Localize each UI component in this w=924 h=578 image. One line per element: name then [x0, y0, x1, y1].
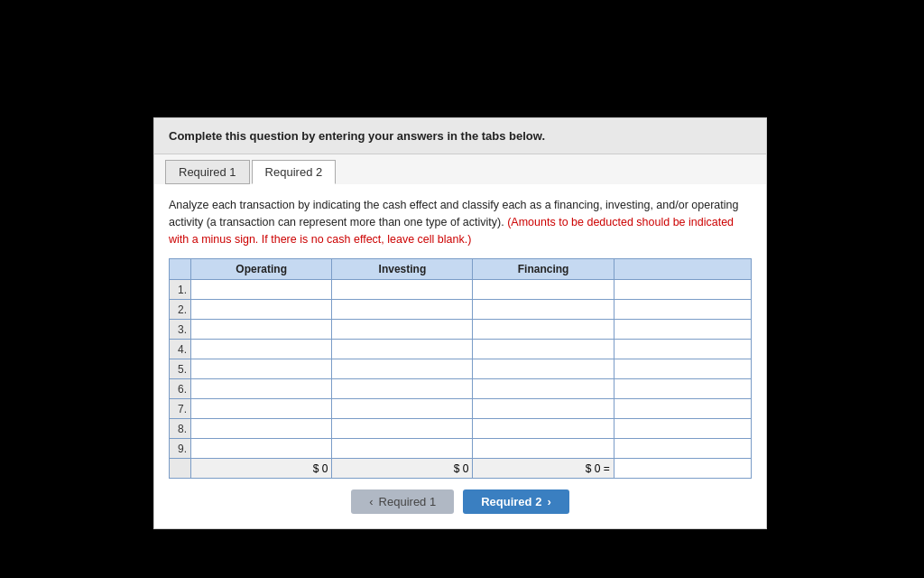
- input-financing-4[interactable]: [476, 342, 609, 357]
- row-num-2: 2.: [170, 300, 191, 320]
- input-operating-6[interactable]: [195, 382, 328, 396]
- input-operating-2[interactable]: [195, 303, 328, 317]
- description: Analyze each transaction by indicating t…: [169, 197, 752, 247]
- input-investing-3[interactable]: [336, 322, 468, 337]
- input-financing-1[interactable]: [476, 283, 609, 297]
- input-financing-3[interactable]: [476, 322, 609, 337]
- cell-financing-9[interactable]: [473, 439, 614, 459]
- cell-investing-2[interactable]: [332, 300, 473, 320]
- input-investing-5[interactable]: [336, 362, 468, 377]
- input-investing-9[interactable]: [336, 442, 468, 456]
- cell-financing-1[interactable]: [473, 280, 614, 300]
- col-header-investing: Investing: [332, 259, 473, 280]
- input-extra-2[interactable]: [618, 303, 747, 317]
- content-area: Analyze each transaction by indicating t…: [153, 184, 767, 529]
- input-operating-1[interactable]: [195, 283, 328, 297]
- input-operating-5[interactable]: [195, 362, 328, 377]
- cell-extra-3[interactable]: [614, 320, 751, 340]
- input-extra-1[interactable]: [618, 283, 747, 297]
- input-investing-1[interactable]: [336, 283, 468, 297]
- input-financing-6[interactable]: [476, 382, 609, 396]
- input-investing-2[interactable]: [336, 303, 468, 317]
- cell-investing-5[interactable]: [332, 359, 473, 379]
- input-operating-7[interactable]: [195, 402, 328, 416]
- input-operating-4[interactable]: [195, 342, 328, 357]
- cell-investing-4[interactable]: [332, 340, 473, 359]
- cell-financing-2[interactable]: [473, 300, 614, 320]
- cell-investing-9[interactable]: [332, 439, 473, 459]
- total-investing: $ 0: [332, 459, 473, 479]
- col-header-operating: Operating: [191, 259, 332, 280]
- input-extra-9[interactable]: [618, 442, 747, 456]
- cell-operating-1[interactable]: [191, 280, 332, 300]
- cell-financing-5[interactable]: [473, 359, 614, 379]
- input-investing-7[interactable]: [336, 402, 468, 416]
- cell-financing-4[interactable]: [473, 340, 614, 359]
- main-panel: Complete this question by entering your …: [153, 117, 767, 529]
- equals-sign: =: [600, 462, 609, 475]
- cell-financing-3[interactable]: [473, 320, 614, 340]
- tab-required2[interactable]: Required 2: [252, 160, 337, 184]
- input-investing-8[interactable]: [336, 422, 468, 436]
- input-extra-4[interactable]: [618, 342, 747, 357]
- table-row: 7.: [170, 399, 752, 419]
- cell-operating-5[interactable]: [191, 359, 332, 379]
- cell-extra-5[interactable]: [614, 359, 751, 379]
- total-financing: $ 0 =: [473, 459, 614, 479]
- total-result-input[interactable]: [618, 461, 747, 476]
- input-financing-9[interactable]: [476, 442, 609, 456]
- input-financing-5[interactable]: [476, 362, 609, 377]
- cell-operating-7[interactable]: [191, 399, 332, 419]
- cell-extra-1[interactable]: [614, 280, 751, 300]
- input-extra-5[interactable]: [618, 362, 747, 377]
- input-financing-7[interactable]: [476, 402, 609, 416]
- input-extra-8[interactable]: [618, 422, 747, 436]
- table-row: 9.: [170, 439, 752, 459]
- total-result[interactable]: [614, 459, 751, 479]
- input-financing-8[interactable]: [476, 422, 609, 436]
- cell-extra-9[interactable]: [614, 439, 751, 459]
- input-operating-8[interactable]: [195, 422, 328, 436]
- row-num-7: 7.: [170, 399, 191, 419]
- cell-extra-7[interactable]: [614, 399, 751, 419]
- cell-operating-6[interactable]: [191, 379, 332, 399]
- input-extra-7[interactable]: [618, 402, 747, 416]
- cell-financing-7[interactable]: [473, 399, 614, 419]
- cell-investing-3[interactable]: [332, 320, 473, 340]
- cell-investing-7[interactable]: [332, 399, 473, 419]
- input-financing-2[interactable]: [476, 303, 609, 317]
- cell-investing-8[interactable]: [332, 419, 473, 439]
- input-operating-3[interactable]: [195, 322, 328, 337]
- cell-operating-9[interactable]: [191, 439, 332, 459]
- cell-operating-2[interactable]: [191, 300, 332, 320]
- table-row: 3.: [170, 320, 752, 340]
- tab-required1[interactable]: Required 1: [165, 160, 250, 184]
- instruction-bar: Complete this question by entering your …: [153, 117, 767, 154]
- prev-button[interactable]: ‹ Required 1: [351, 489, 454, 514]
- next-label: Required 2: [481, 495, 541, 508]
- cell-extra-4[interactable]: [614, 340, 751, 359]
- cell-financing-6[interactable]: [473, 379, 614, 399]
- cell-investing-1[interactable]: [332, 280, 473, 300]
- input-extra-6[interactable]: [618, 382, 747, 396]
- row-num-4: 4.: [170, 340, 191, 359]
- next-button[interactable]: Required 2 ›: [463, 489, 569, 514]
- input-investing-6[interactable]: [336, 382, 468, 396]
- cell-extra-6[interactable]: [614, 379, 751, 399]
- input-operating-9[interactable]: [195, 442, 328, 456]
- cell-operating-3[interactable]: [191, 320, 332, 340]
- input-extra-3[interactable]: [618, 322, 747, 337]
- cell-extra-8[interactable]: [614, 419, 751, 439]
- footer-nav: ‹ Required 1 Required 2 ›: [169, 489, 752, 514]
- table-row: 5.: [170, 359, 752, 379]
- table-row: 8.: [170, 419, 752, 439]
- row-num-9: 9.: [170, 439, 191, 459]
- cell-financing-8[interactable]: [473, 419, 614, 439]
- next-arrow: ›: [547, 495, 550, 508]
- input-investing-4[interactable]: [336, 342, 468, 357]
- cell-extra-2[interactable]: [614, 300, 751, 320]
- cell-operating-4[interactable]: [191, 340, 332, 359]
- cell-investing-6[interactable]: [332, 379, 473, 399]
- cell-operating-8[interactable]: [191, 419, 332, 439]
- prev-label: Required 1: [379, 495, 437, 508]
